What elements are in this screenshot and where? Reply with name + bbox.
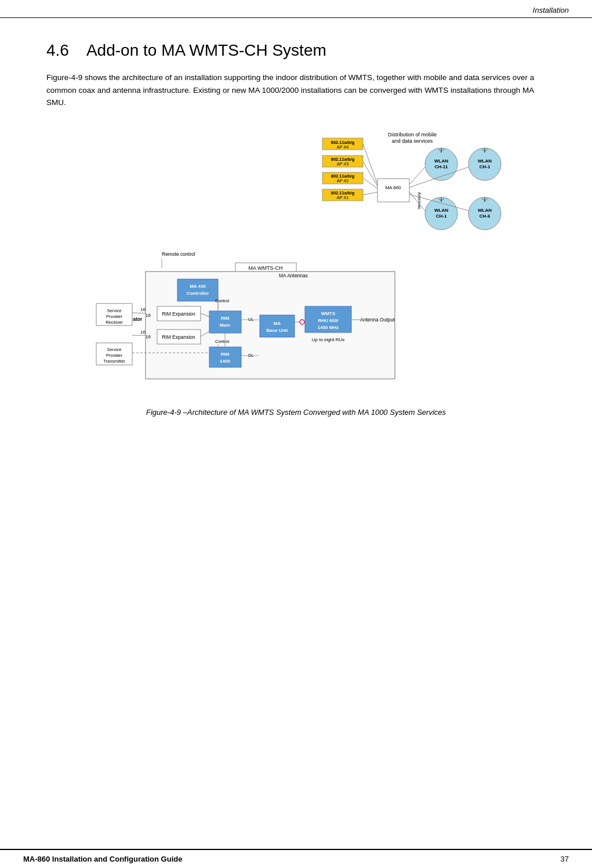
svg-text:16: 16 bbox=[146, 313, 151, 318]
section-heading: 4.6Add-on to MA WMTS-CH System bbox=[46, 41, 546, 60]
svg-text:WLAN: WLAN bbox=[478, 208, 492, 213]
svg-text:RIM: RIM bbox=[220, 352, 229, 357]
svg-text:WLAN: WLAN bbox=[478, 158, 492, 164]
svg-text:WMTS: WMTS bbox=[321, 311, 335, 316]
svg-text:CH-11: CH-11 bbox=[434, 164, 448, 169]
body-paragraph: Figure-4-9 shows the architecture of an … bbox=[46, 71, 546, 109]
svg-text:Antenna Output: Antenna Output bbox=[360, 317, 395, 323]
svg-text:16: 16 bbox=[146, 334, 151, 339]
svg-text:MA 860: MA 860 bbox=[385, 185, 401, 190]
svg-text:RIM Expansion: RIM Expansion bbox=[162, 334, 195, 340]
svg-text:and data services: and data services bbox=[391, 138, 433, 144]
svg-text:WLAN: WLAN bbox=[434, 158, 448, 164]
svg-text:Base Unit: Base Unit bbox=[266, 328, 288, 333]
svg-text:RIM Expansion: RIM Expansion bbox=[162, 311, 195, 317]
svg-text:CH-6: CH-6 bbox=[479, 214, 490, 219]
page-footer: MA-860 Installation and Configuration Gu… bbox=[0, 849, 592, 868]
svg-text:Remote control: Remote control bbox=[162, 251, 195, 257]
svg-text:UL: UL bbox=[248, 317, 254, 322]
svg-text:Antennas: Antennas bbox=[417, 192, 422, 209]
figure-caption: Figure-4-9 –Architecture of MA WMTS Syst… bbox=[146, 408, 446, 417]
svg-text:DL: DL bbox=[248, 353, 254, 358]
header-text: Installation bbox=[533, 6, 569, 15]
svg-text:16: 16 bbox=[140, 330, 146, 335]
svg-text:MA: MA bbox=[273, 321, 281, 326]
svg-text:MA 430: MA 430 bbox=[190, 284, 206, 289]
svg-rect-55 bbox=[177, 279, 218, 301]
svg-text:1400: 1400 bbox=[220, 359, 230, 364]
svg-text:RIM: RIM bbox=[220, 316, 229, 321]
svg-text:MA Antennas: MA Antennas bbox=[278, 273, 307, 279]
svg-text:AP #3: AP #3 bbox=[336, 161, 348, 167]
svg-text:AP #2: AP #2 bbox=[336, 178, 348, 183]
svg-text:Service: Service bbox=[107, 347, 121, 352]
svg-rect-69 bbox=[260, 315, 295, 337]
svg-text:WLAN: WLAN bbox=[434, 208, 448, 213]
svg-text:AP #1: AP #1 bbox=[336, 195, 348, 200]
svg-text:AP #4: AP #4 bbox=[336, 144, 348, 150]
architecture-diagram: Distribution of mobile and data services… bbox=[88, 124, 505, 402]
svg-text:16: 16 bbox=[140, 307, 146, 312]
svg-text:Transmitter: Transmitter bbox=[103, 359, 125, 364]
svg-text:Control: Control bbox=[215, 298, 230, 303]
svg-rect-64 bbox=[209, 311, 241, 333]
svg-text:CH-1: CH-1 bbox=[479, 164, 490, 169]
svg-text:MA WMTS-CH: MA WMTS-CH bbox=[248, 265, 282, 271]
svg-text:Control: Control bbox=[215, 339, 230, 344]
footer-title: MA-860 Installation and Configuration Gu… bbox=[23, 855, 182, 863]
page-content: 4.6Add-on to MA WMTS-CH System Figure-4-… bbox=[0, 18, 592, 472]
svg-text:RHU 600/: RHU 600/ bbox=[318, 318, 339, 323]
svg-rect-27 bbox=[377, 179, 409, 202]
svg-text:Service: Service bbox=[107, 308, 121, 313]
svg-text:Distribution of mobile: Distribution of mobile bbox=[387, 132, 436, 138]
svg-text:Up to eight RUs: Up to eight RUs bbox=[311, 337, 344, 342]
section-number: 4.6 bbox=[46, 41, 69, 59]
svg-text:Controller: Controller bbox=[186, 291, 208, 296]
figure-container: Distribution of mobile and data services… bbox=[46, 124, 546, 417]
page-header: Installation bbox=[0, 0, 592, 18]
svg-text:Provider: Provider bbox=[106, 353, 122, 358]
svg-text:1400 MHz: 1400 MHz bbox=[317, 325, 338, 330]
svg-text:Main: Main bbox=[219, 323, 230, 328]
svg-text:Receiver: Receiver bbox=[106, 320, 123, 325]
section-title: Add-on to MA WMTS-CH System bbox=[86, 41, 326, 59]
svg-rect-80 bbox=[209, 347, 241, 367]
svg-text:CH-1: CH-1 bbox=[435, 214, 446, 219]
footer-page: 37 bbox=[561, 855, 569, 863]
svg-text:Provider: Provider bbox=[106, 314, 122, 319]
